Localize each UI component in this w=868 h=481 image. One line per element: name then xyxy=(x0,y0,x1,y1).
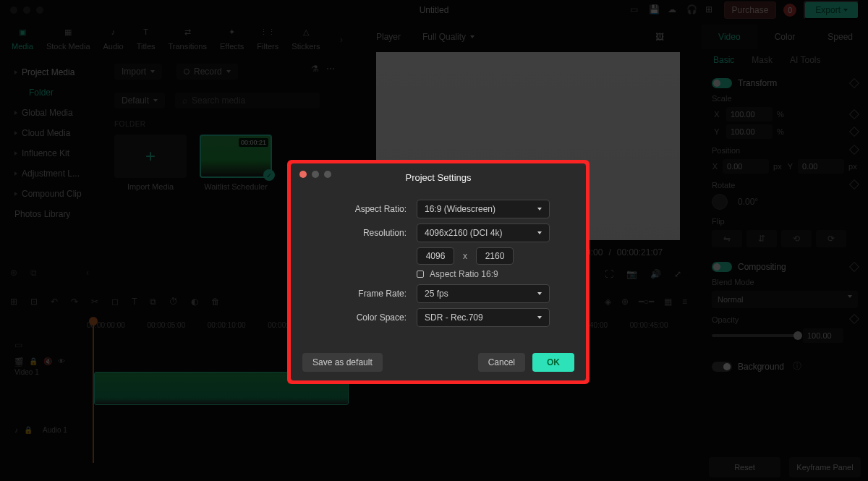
expand-icon[interactable]: ⤢ xyxy=(674,269,681,279)
grid-icon[interactable]: ⊞ xyxy=(705,4,717,16)
colorspace-dropdown[interactable]: SDR - Rec.709 xyxy=(417,308,550,327)
tab-filters[interactable]: ⋮⋮Filters xyxy=(257,25,278,51)
tab-stickers[interactable]: △Stickers xyxy=(292,25,320,51)
eye-icon[interactable]: 👁 xyxy=(58,357,65,365)
flip-v-button[interactable]: ⇵ xyxy=(746,230,777,247)
dialog-close[interactable] xyxy=(299,171,307,178)
add-track-icon[interactable]: ⊕ xyxy=(621,297,629,307)
search-input[interactable]: ⌕Search media xyxy=(175,93,320,108)
tool-1[interactable]: ⊞ xyxy=(10,297,17,307)
scale-y-input[interactable] xyxy=(726,124,773,139)
mute-icon[interactable]: 🔇 xyxy=(43,357,52,365)
transform-toggle[interactable] xyxy=(712,78,732,88)
insp-tab-speed[interactable]: Speed xyxy=(812,25,868,49)
monitor-icon[interactable]: ▭ xyxy=(630,4,642,16)
close-dot[interactable] xyxy=(10,7,17,14)
speed-icon[interactable]: ⏱ xyxy=(169,297,178,307)
tab-effects[interactable]: ✦Effects xyxy=(220,25,244,51)
save-default-button[interactable]: Save as default xyxy=(302,353,383,372)
quality-dropdown[interactable]: Full Quality xyxy=(422,32,475,42)
sidebar-collapse-icon[interactable]: ‹ xyxy=(86,268,89,278)
undo-icon[interactable]: ↶ xyxy=(51,297,58,307)
aspect-dropdown[interactable]: 16:9 (Widescreen) xyxy=(417,200,550,218)
compositing-toggle[interactable] xyxy=(712,262,732,272)
sidebar-folder[interactable]: Folder xyxy=(9,82,106,103)
import-media-card[interactable]: + Import Media xyxy=(114,135,187,191)
scale-x-input[interactable] xyxy=(726,107,773,122)
save-icon[interactable]: 💾 xyxy=(649,4,660,16)
tool-2[interactable]: ⊡ xyxy=(30,297,38,307)
max-dot[interactable] xyxy=(36,7,43,14)
background-toggle[interactable] xyxy=(712,362,732,372)
pos-x-input[interactable] xyxy=(723,159,769,174)
height-input[interactable] xyxy=(476,247,514,265)
tab-titles[interactable]: TTitles xyxy=(137,25,156,51)
tab-audio[interactable]: ♪Audio xyxy=(103,25,124,51)
sidebar-compound[interactable]: Compound Clip xyxy=(9,184,106,204)
subtab-mask[interactable]: Mask xyxy=(752,55,773,65)
framerate-dropdown[interactable]: 25 fps xyxy=(417,284,550,303)
flip-h-button[interactable]: ⇋ xyxy=(712,230,742,247)
filter-icon[interactable]: ⚗ xyxy=(311,64,319,74)
insp-tab-color[interactable]: Color xyxy=(757,25,813,49)
flip-3-button[interactable]: ⟲ xyxy=(781,230,812,247)
opacity-input[interactable] xyxy=(803,328,843,343)
tabs-scroll-right[interactable]: › xyxy=(340,35,350,45)
crop-icon[interactable]: ◻ xyxy=(111,297,119,307)
marker-icon[interactable]: ◈ xyxy=(605,297,611,307)
list-view-icon[interactable]: ≡ xyxy=(682,297,687,307)
min-dot[interactable] xyxy=(23,7,30,14)
color-icon[interactable]: ◐ xyxy=(191,297,198,307)
redo-icon[interactable]: ↷ xyxy=(71,297,78,307)
sidebar-cloud[interactable]: Cloud Media xyxy=(9,123,106,143)
keyframe-icon[interactable] xyxy=(849,262,859,272)
keyframe-panel-button[interactable]: Keyframe Panel xyxy=(789,457,861,477)
insp-tab-video[interactable]: Video xyxy=(702,25,757,49)
player-tab[interactable]: Player xyxy=(376,32,401,42)
lock-icon[interactable]: 🔒 xyxy=(24,426,33,434)
track-opt-1[interactable]: ▭ xyxy=(14,340,22,350)
copy-icon[interactable]: ⧉ xyxy=(150,297,156,307)
sidebar-project-media[interactable]: Project Media xyxy=(9,62,106,82)
keyframe-icon[interactable] xyxy=(849,314,859,324)
snapshot-icon[interactable]: 🖼 xyxy=(655,32,664,42)
purchase-button[interactable]: Purchase xyxy=(724,1,777,19)
resolution-dropdown[interactable]: 4096x2160 (DCI 4k) xyxy=(417,224,550,242)
volume-icon[interactable]: 🔊 xyxy=(650,269,661,279)
info-icon[interactable]: ⓘ xyxy=(793,360,801,373)
ok-button[interactable]: OK xyxy=(532,353,574,372)
keyframe-icon[interactable] xyxy=(849,109,859,119)
display-icon[interactable]: ⛶ xyxy=(605,269,613,279)
more-icon[interactable]: ⋯ xyxy=(326,64,335,74)
keyframe-icon[interactable] xyxy=(849,78,859,88)
reset-button[interactable]: Reset xyxy=(709,457,780,477)
folder-add-icon[interactable]: ⊕ xyxy=(10,268,17,278)
dialog-min[interactable] xyxy=(312,171,319,178)
delete-icon[interactable]: 🗑 xyxy=(211,297,220,307)
sidebar-influence[interactable]: Influence Kit xyxy=(9,143,106,163)
sidebar-adjust[interactable]: Adjustment L... xyxy=(9,163,106,184)
zoom-slider[interactable]: ━○━ xyxy=(639,297,654,307)
tab-media[interactable]: ▣Media xyxy=(12,25,33,51)
cloud-icon[interactable]: ☁ xyxy=(668,4,679,16)
lock-icon[interactable]: 🔒 xyxy=(29,357,38,365)
keyframe-icon[interactable] xyxy=(849,145,859,155)
sort-dropdown[interactable]: Default xyxy=(114,93,165,108)
dialog-max[interactable] xyxy=(324,171,331,178)
flip-4-button[interactable]: ⟳ xyxy=(816,230,846,247)
pos-y-input[interactable] xyxy=(798,159,844,174)
import-dropdown[interactable]: Import xyxy=(114,64,162,80)
sidebar-photos[interactable]: Photos Library xyxy=(9,204,106,224)
media-clip-card[interactable]: 00:00:21✓ Waitlist Scheduler xyxy=(200,135,272,191)
blend-dropdown[interactable]: Normal xyxy=(712,291,858,308)
folder-link-icon[interactable]: ⧉ xyxy=(30,268,37,278)
opacity-slider[interactable] xyxy=(712,334,799,337)
subtab-aitools[interactable]: AI Tools xyxy=(790,55,820,65)
track-opt-2[interactable]: ⇲ xyxy=(14,359,22,369)
width-input[interactable] xyxy=(417,247,454,265)
subtab-basic[interactable]: Basic xyxy=(713,55,734,65)
lock-aspect[interactable]: Aspect Ratio 16:9 xyxy=(417,269,550,279)
export-button[interactable]: Export xyxy=(804,1,859,20)
grid-view-icon[interactable]: ▦ xyxy=(664,297,672,307)
notif-badge[interactable]: 0 xyxy=(783,4,796,17)
